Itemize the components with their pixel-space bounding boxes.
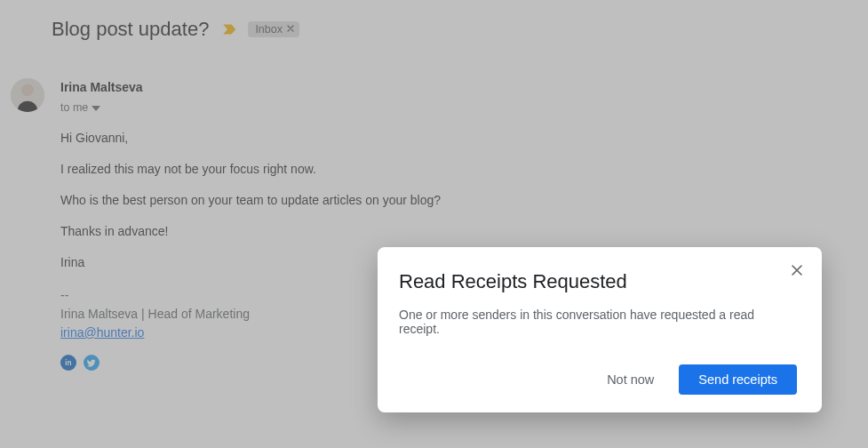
signature-email[interactable]: irina@hunter.io: [60, 325, 144, 340]
sender-avatar[interactable]: [11, 78, 44, 112]
twitter-icon[interactable]: [84, 355, 100, 371]
inbox-label-chip[interactable]: Inbox: [248, 21, 299, 37]
svg-point-2: [21, 84, 33, 96]
email-body-line: Thanks in advance!: [60, 222, 857, 241]
email-body-line: Hi Giovanni,: [60, 129, 857, 148]
send-receipts-button[interactable]: Send receipts: [679, 364, 797, 395]
recipient-summary[interactable]: to me: [60, 100, 88, 116]
linkedin-icon[interactable]: in: [60, 355, 76, 371]
dialog-actions: Not now Send receipts: [399, 364, 797, 395]
thread-header: Blog post update? Inbox: [52, 0, 868, 41]
close-icon[interactable]: [786, 260, 808, 281]
inbox-label-text: Inbox: [255, 23, 283, 36]
sender-name[interactable]: Irina Maltseva: [60, 78, 857, 97]
dialog-title: Read Receipts Requested: [399, 270, 797, 293]
svg-text:in: in: [65, 359, 71, 367]
not-now-button[interactable]: Not now: [603, 364, 657, 395]
email-body-line: I realized this may not be your focus ri…: [60, 160, 857, 179]
dialog-body: One or more senders in this conversation…: [399, 308, 788, 336]
show-details-icon[interactable]: [92, 100, 100, 116]
important-marker-icon[interactable]: [221, 23, 239, 36]
remove-label-icon[interactable]: [286, 23, 295, 36]
read-receipt-dialog: Read Receipts Requested One or more send…: [378, 247, 822, 412]
email-body-line: Who is the best person on your team to u…: [60, 191, 857, 210]
email-subject: Blog post update?: [52, 18, 209, 41]
